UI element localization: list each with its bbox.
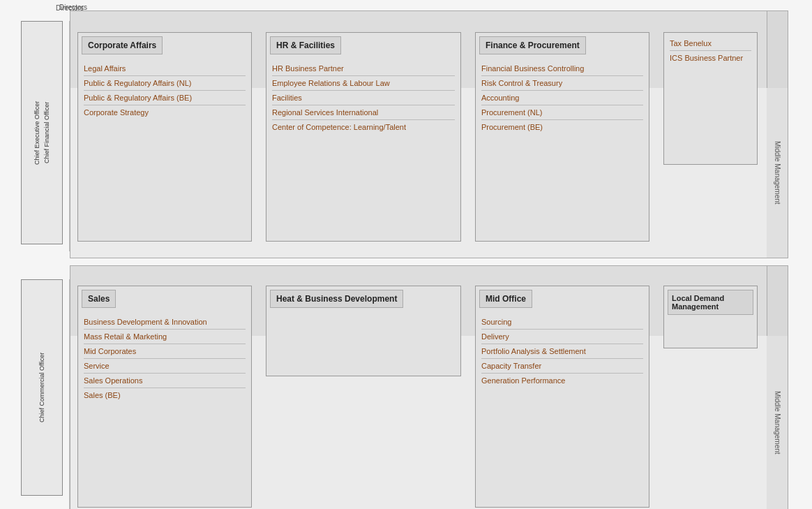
sales-be-item: Sales (BE) (84, 388, 246, 402)
mass-retail-item: Mass Retail & Marketing (84, 330, 246, 344)
sales-ops-item: Sales Operations (84, 374, 246, 388)
hr-facilities-header: HR & Facilities (270, 36, 341, 54)
cco-box: Chief Commercial Officer (21, 279, 63, 496)
heat-biz-group: Heat & Business Development (266, 286, 461, 376)
fin-ctrl-item: Financial Business Controlling (481, 61, 643, 76)
corporate-affairs-group: Corporate Affairs Legal Affairs Public &… (77, 32, 252, 242)
ceo-cfo-box: Chief Executive Officer Chief Financial … (21, 21, 63, 244)
cco-label: Chief Commercial Officer (38, 353, 45, 422)
risk-ctrl-item: Risk Control & Treasury (481, 76, 643, 91)
bottom-section-bg: Senior Management Middle Management Sale… (70, 265, 788, 509)
gen-perf-item: Generation Performance (481, 374, 643, 388)
mid-corp-item: Mid Corporates (84, 344, 246, 359)
biz-dev-item: Business Development & Innovation (84, 315, 246, 330)
regional-services-item: Regional Services International (272, 105, 455, 120)
local-demand-group: Local Demand Management (663, 286, 758, 348)
accounting-item: Accounting (481, 91, 643, 105)
tax-ics-items: Tax Benelux ICS Business Partner (664, 33, 757, 68)
top-section-bg: Senior Management Middle Management Corp… (70, 10, 788, 258)
org-chart: Directors Chief Executive Officer Chief … (0, 0, 812, 509)
service-item: Service (84, 359, 246, 374)
hr-bp-item: HR Business Partner (272, 61, 455, 76)
finance-procurement-group: Finance & Procurement Financial Business… (475, 32, 649, 242)
middle-mgmt-top-label: Middle Management (774, 141, 781, 205)
sales-group: Sales Business Development & Innovation … (77, 286, 252, 508)
corporate-affairs-items: Legal Affairs Public & Regulatory Affair… (78, 58, 251, 123)
heat-biz-header: Heat & Business Development (270, 290, 403, 308)
cfo-label: Chief Financial Officer (43, 102, 50, 163)
proc-nl-item: Procurement (NL) (481, 105, 643, 120)
delivery-item: Delivery (481, 330, 643, 344)
sales-items: Business Development & Innovation Mass R… (78, 311, 251, 406)
local-demand-header: Local Demand Management (668, 290, 753, 315)
proc-be-item: Procurement (BE) (481, 120, 643, 134)
directors-label-display: Directors (59, 3, 87, 11)
pub-reg-be-item: Public & Regulatory Affairs (BE) (84, 91, 246, 105)
mid-office-group: Mid Office Sourcing Delivery Portfolio A… (475, 286, 649, 508)
sales-header: Sales (82, 290, 116, 308)
legal-affairs-item: Legal Affairs (84, 61, 246, 76)
ics-bp-item: ICS Business Partner (670, 51, 751, 65)
capacity-item: Capacity Transfer (481, 359, 643, 374)
ceo-label: Chief Executive Officer (33, 101, 40, 164)
finance-items: Financial Business Controlling Risk Cont… (476, 58, 649, 138)
coc-item: Center of Competence: Learning/Talent (272, 120, 455, 134)
mid-office-header: Mid Office (479, 290, 532, 308)
corp-strategy-item: Corporate Strategy (84, 105, 246, 119)
pub-reg-nl-item: Public & Regulatory Affairs (NL) (84, 76, 246, 91)
hr-facilities-items: HR Business Partner Employee Relations &… (266, 58, 460, 138)
mid-office-items: Sourcing Delivery Portfolio Analysis & S… (476, 311, 649, 391)
finance-header: Finance & Procurement (479, 36, 586, 54)
tax-benelux-item: Tax Benelux (670, 36, 751, 51)
sourcing-item: Sourcing (481, 315, 643, 330)
middle-mgmt-bottom-label: Middle Management (774, 391, 781, 455)
corporate-affairs-header: Corporate Affairs (82, 36, 163, 54)
emp-rel-item: Employee Relations & Labour Law (272, 76, 455, 91)
facilities-item: Facilities (272, 91, 455, 105)
hr-facilities-group: HR & Facilities HR Business Partner Empl… (266, 32, 461, 242)
portfolio-item: Portfolio Analysis & Settlement (481, 344, 643, 359)
tax-ics-group: Tax Benelux ICS Business Partner (663, 32, 758, 165)
